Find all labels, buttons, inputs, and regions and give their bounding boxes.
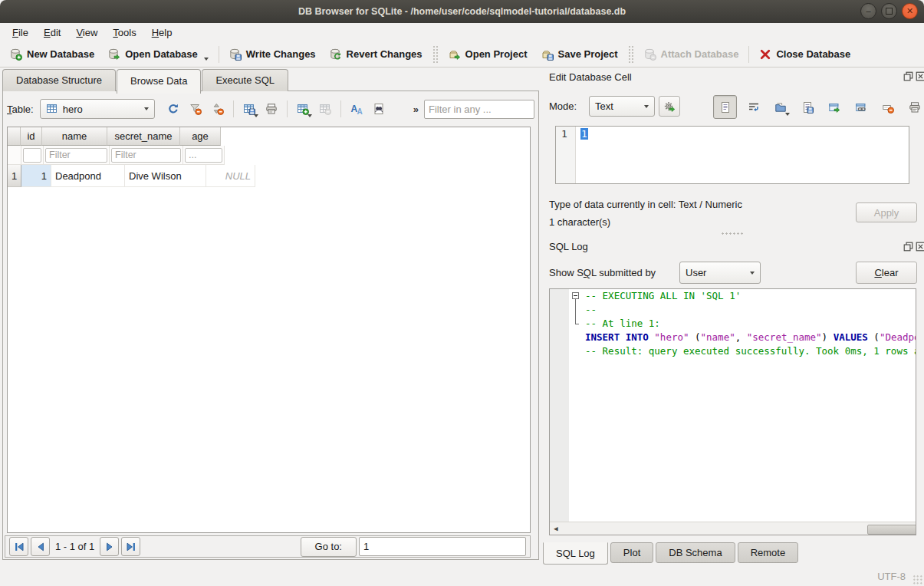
- menu-file[interactable]: File: [5, 25, 36, 41]
- edit-cell-title: Edit Database Cell: [549, 71, 632, 83]
- bottom-tab-remote[interactable]: Remote: [738, 542, 799, 563]
- bottom-tab-sql-log[interactable]: SQL Log: [543, 542, 608, 565]
- write-changes-button[interactable]: Write Changes: [222, 45, 323, 64]
- filter-input-id[interactable]: [23, 148, 41, 163]
- filter-input-age[interactable]: [185, 148, 222, 163]
- print-table-button[interactable]: [261, 99, 281, 119]
- filter-cell: [110, 146, 183, 165]
- cell-age[interactable]: NULL: [206, 165, 255, 187]
- refresh-button[interactable]: [163, 99, 183, 119]
- menu-help[interactable]: Help: [144, 25, 180, 41]
- delete-record-button[interactable]: [315, 99, 335, 119]
- table-select[interactable]: hero: [40, 99, 155, 119]
- show-sql-label: Show SQL submitted by: [549, 267, 656, 278]
- chevron-down-icon: [307, 114, 312, 117]
- edit-cell-dock-buttons: [903, 71, 924, 81]
- toolbar-drag-handle[interactable]: [628, 45, 634, 64]
- encoding-indicator[interactable]: UTF-8: [877, 571, 906, 582]
- fold-collapse-icon[interactable]: [572, 292, 579, 299]
- column-header-secret_name[interactable]: secret_name: [107, 127, 180, 146]
- close-button[interactable]: ✕: [902, 3, 918, 19]
- open-external-button[interactable]: [824, 97, 844, 117]
- project-open-icon: [449, 48, 461, 61]
- font-format-button[interactable]: AA: [347, 99, 367, 119]
- toolbar-drag-handle[interactable]: [432, 45, 439, 64]
- close-database-button[interactable]: Close Database: [752, 45, 857, 64]
- filter-input-secret_name[interactable]: [111, 148, 181, 163]
- fold-margin[interactable]: [569, 289, 582, 303]
- tab-database-structure[interactable]: Database Structure: [2, 69, 116, 91]
- copy-link-button[interactable]: [851, 97, 871, 117]
- row-number[interactable]: 1: [8, 165, 21, 187]
- float-icon[interactable]: [903, 242, 913, 252]
- fold-margin: [569, 344, 582, 358]
- import-data-button[interactable]: [771, 97, 791, 117]
- print-cell-button[interactable]: [905, 97, 924, 117]
- float-icon[interactable]: [903, 71, 913, 81]
- close-dock-icon[interactable]: [916, 242, 924, 252]
- resize-grip[interactable]: [912, 574, 922, 584]
- menu-view[interactable]: View: [68, 25, 105, 41]
- clear-sorting-button[interactable]: [208, 99, 228, 119]
- record-range: 1 - 1 of 1: [52, 541, 97, 552]
- scrollbar-track[interactable]: [562, 523, 903, 535]
- save-table-button[interactable]: [239, 99, 259, 119]
- first-page-button[interactable]: [9, 537, 28, 556]
- filter-input-name[interactable]: [45, 148, 107, 163]
- cell-editor[interactable]: 1 1: [555, 126, 909, 184]
- attach-database-button[interactable]: Attach Database: [637, 45, 746, 64]
- word-wrap-button[interactable]: [744, 97, 764, 117]
- column-header-name[interactable]: name: [42, 127, 107, 146]
- clear-log-button[interactable]: Clear: [856, 262, 917, 284]
- sql-submitter-select[interactable]: User: [679, 262, 761, 284]
- clear-filters-button[interactable]: [186, 99, 206, 119]
- horizontal-scrollbar[interactable]: ◀ ▶: [550, 522, 916, 535]
- text-view-button[interactable]: [713, 95, 737, 119]
- apply-button[interactable]: Apply: [856, 202, 917, 222]
- table-row[interactable]: 11DeadpondDive WilsonNULL: [8, 165, 530, 187]
- goto-input[interactable]: [359, 537, 526, 556]
- dock-splitter-handle[interactable]: [721, 232, 744, 236]
- close-dock-icon[interactable]: [916, 71, 924, 81]
- export-data-button[interactable]: [797, 97, 817, 117]
- cell-name[interactable]: Deadpond: [51, 165, 125, 187]
- revert-changes-button[interactable]: Revert Changes: [323, 45, 429, 64]
- scrollbar-thumb[interactable]: [867, 525, 916, 535]
- cell-id[interactable]: 1: [21, 165, 51, 187]
- save-project-button[interactable]: Save Project: [534, 45, 625, 64]
- bottom-tab-db-schema[interactable]: DB Schema: [656, 542, 735, 563]
- sql-log-editor[interactable]: 1-- EXECUTING ALL IN 'SQL 1'2--3-- At li…: [549, 288, 916, 535]
- import-folder-icon: [774, 101, 787, 114]
- cell-secret_name[interactable]: Dive Wilson: [125, 165, 206, 187]
- gear-icon: [663, 100, 676, 113]
- scroll-left-icon[interactable]: ◀: [550, 523, 562, 535]
- titlebar[interactable]: DB Browser for SQLite - /home/user/code/…: [0, 0, 924, 23]
- find-in-cells-button[interactable]: [369, 99, 389, 119]
- menu-tools[interactable]: Tools: [105, 25, 143, 41]
- column-header-age[interactable]: age: [180, 127, 221, 146]
- maximize-button[interactable]: [881, 3, 897, 19]
- open-project-button[interactable]: Open Project: [442, 45, 534, 64]
- last-page-button[interactable]: [121, 537, 140, 556]
- bottom-tab-plot[interactable]: Plot: [610, 542, 653, 563]
- open-database-button[interactable]: Open Database: [101, 45, 215, 64]
- prev-page-button[interactable]: [31, 537, 50, 556]
- new-database-button[interactable]: New Database: [3, 45, 101, 64]
- minimize-button[interactable]: –: [860, 3, 876, 19]
- database-new-icon: [10, 48, 22, 61]
- tab-execute-sql[interactable]: Execute SQL: [202, 69, 288, 91]
- filter-any-input[interactable]: [424, 100, 534, 119]
- next-page-button[interactable]: [100, 537, 119, 556]
- tab-browse-data[interactable]: Browse Data: [117, 69, 201, 94]
- cell-editor-value: 1: [580, 128, 588, 140]
- goto-button[interactable]: Go to:: [301, 537, 357, 557]
- column-header-id[interactable]: id: [21, 127, 42, 146]
- data-grid[interactable]: idnamesecret_nameage11DeadpondDive Wilso…: [7, 127, 531, 533]
- insert-record-button[interactable]: [293, 99, 313, 119]
- set-null-button[interactable]: [878, 97, 898, 117]
- toolbar-overflow-chevron[interactable]: »: [410, 104, 422, 115]
- mode-select[interactable]: Text: [589, 96, 655, 117]
- apply-mode-button[interactable]: [659, 96, 680, 117]
- nav-first-icon: [13, 541, 25, 553]
- menu-edit[interactable]: Edit: [36, 25, 68, 41]
